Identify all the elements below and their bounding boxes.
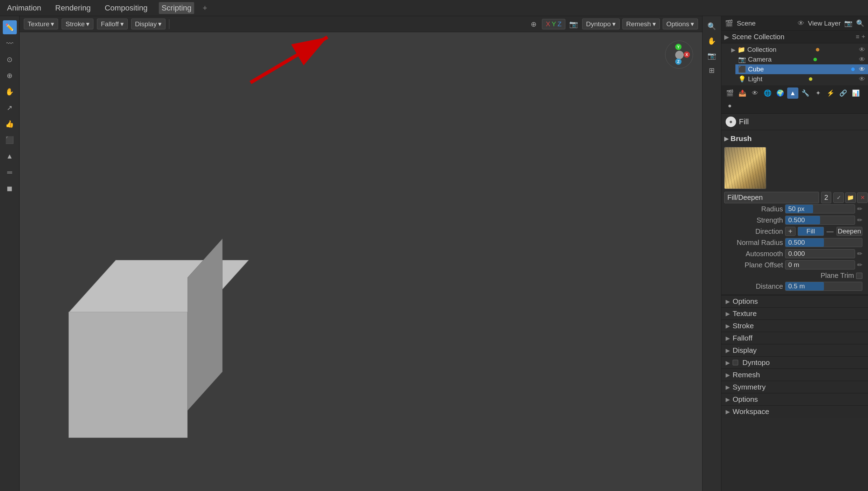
prop-icon-material[interactable]: ● (724, 100, 735, 111)
menu-animation[interactable]: Animation (4, 2, 44, 14)
tool-flatten[interactable]: ═ (3, 165, 17, 179)
options-btn[interactable]: Options ▾ (663, 19, 698, 29)
radius-slider[interactable]: 50 px (785, 204, 855, 213)
tool-inflate[interactable]: ⊕ (3, 69, 17, 83)
right-panel-icon-cam[interactable]: 📷 (844, 19, 853, 27)
menu-scripting[interactable]: Scripting (159, 2, 195, 14)
scene-col-icon-add[interactable]: + (861, 33, 865, 41)
outliner-eye-collection[interactable]: 👁 (859, 46, 865, 54)
remesh-btn[interactable]: Remesh ▾ (622, 19, 660, 29)
collapsible-display[interactable]: ▶ Display (721, 344, 868, 356)
scene-col-fold-icon[interactable]: ▶ (724, 33, 729, 41)
prop-icon-object[interactable]: ▲ (787, 87, 798, 99)
collapsible-symmetry[interactable]: ▶ Symmetry (721, 381, 868, 393)
plane-offset-slider[interactable]: 0 m (785, 260, 855, 269)
dyntopo-btn[interactable]: Dyntopo ▾ (582, 19, 620, 29)
prop-icon-view[interactable]: 👁 (749, 87, 761, 99)
tool-clay[interactable]: ◼ (3, 181, 17, 195)
collapsible-falloff[interactable]: ▶ Falloff (721, 332, 868, 344)
menu-rendering[interactable]: Rendering (52, 2, 94, 14)
prop-icon-render[interactable]: 🎬 (724, 87, 735, 99)
prop-icon-constraints[interactable]: 🔗 (838, 87, 849, 99)
autosmooth-slider[interactable]: 0.000 (785, 249, 855, 258)
viewport-3d[interactable]: Texture ▾ Stroke ▾ Falloff ▾ Display ▾ ⊕… (20, 16, 721, 491)
viewport-display-btn[interactable]: Display ▾ (131, 19, 165, 29)
tool-fill[interactable]: ⬛ (3, 133, 17, 147)
collapsible-remesh[interactable]: ▶ Remesh (721, 369, 868, 381)
brush-name-input[interactable] (724, 192, 819, 203)
collapsible-options2[interactable]: ▶ Options (721, 393, 868, 405)
menu-compositing[interactable]: Compositing (102, 2, 150, 14)
outliner-item-cube[interactable]: ⬛ Cube 👁 (735, 64, 868, 74)
tool-pinch[interactable]: ⊙ (3, 52, 17, 66)
tool-draw[interactable]: ✏️ (3, 20, 17, 34)
brush-number: 2 (821, 192, 831, 203)
outliner-eye-light[interactable]: 👁 (859, 76, 865, 83)
normal-radius-slider[interactable]: 0.500 (785, 238, 862, 247)
brush-thumbnail[interactable] (724, 147, 766, 189)
options2-label: Options (733, 395, 758, 404)
prop-icon-modifier[interactable]: 🔧 (800, 87, 811, 99)
outliner-item-camera[interactable]: 📷 Camera 👁 (735, 55, 868, 64)
plane-trim-checkbox[interactable] (856, 273, 862, 279)
direction-deepen-btn[interactable]: Deepen (837, 227, 863, 236)
strength-edit-icon[interactable]: ✏ (857, 216, 862, 224)
vp-right-grid[interactable]: ⊞ (705, 64, 719, 77)
outliner-eye-camera[interactable]: 👁 (859, 56, 865, 63)
right-panel-icon-search[interactable]: 🔍 (856, 19, 865, 27)
tool-snake-hook[interactable]: ↗ (3, 101, 17, 115)
display-label: Display (733, 346, 757, 355)
vp-right-pan[interactable]: ✋ (705, 34, 719, 48)
outliner-item-light[interactable]: 💡 Light 👁 (735, 74, 868, 84)
gizmo-y-axis[interactable]: Y (675, 44, 682, 50)
direction-plus-btn[interactable]: + (785, 227, 796, 236)
collapsible-texture[interactable]: ▶ Texture (721, 307, 868, 320)
brush-collapse-arrow[interactable]: ▶ (724, 135, 728, 142)
prop-icon-particles[interactable]: ✦ (812, 87, 824, 99)
viewport-falloff-btn[interactable]: Falloff ▾ (97, 19, 127, 29)
dyntopo-checkbox[interactable] (733, 360, 738, 365)
viewport-texture-btn[interactable]: Texture ▾ (24, 19, 58, 29)
menu-add-tab[interactable]: + (203, 3, 207, 13)
viewport-stroke-btn[interactable]: Stroke ▾ (62, 19, 93, 29)
brush-close-icon[interactable]: ✕ (857, 192, 868, 203)
collapsible-workspace[interactable]: ▶ Workspace (721, 405, 868, 418)
direction-fill-btn[interactable]: Fill (798, 227, 824, 236)
vp-right-zoom[interactable]: 🔍 (705, 20, 719, 33)
right-panel-icon-scene[interactable]: 🎬 (725, 19, 733, 27)
brush-section-header[interactable]: ▶ Brush (724, 133, 865, 144)
outliner-item-collection[interactable]: ▶ 📁 Collection 👁 (728, 45, 868, 55)
tool-thumb[interactable]: 👍 (3, 117, 17, 131)
tool-grab[interactable]: ✋ (3, 85, 17, 99)
strength-slider[interactable]: 0.500 (785, 216, 855, 225)
gizmo-z-axis[interactable]: Z (675, 58, 682, 65)
prop-icon-data[interactable]: 📊 (850, 87, 861, 99)
view-layer-label: View Layer (808, 20, 841, 27)
viewport-axes-xyz[interactable]: X Y Z (542, 19, 565, 29)
radius-edit-icon[interactable]: ✏ (857, 205, 862, 213)
distance-slider[interactable]: 0.5 m (785, 282, 862, 291)
prop-icon-world[interactable]: 🌍 (775, 87, 786, 99)
viewport-gizmo[interactable]: Y X Z (665, 41, 697, 72)
autosmooth-edit-icon[interactable]: ✏ (857, 250, 862, 258)
collapsible-options[interactable]: ▶ Options (721, 295, 868, 307)
prop-icon-scene[interactable]: 🌐 (762, 87, 773, 99)
collapsible-stroke[interactable]: ▶ Stroke (721, 320, 868, 332)
plane-offset-edit-icon[interactable]: ✏ (857, 261, 862, 269)
right-panel-icon-view[interactable]: 👁 (798, 20, 804, 27)
vp-right-camera[interactable]: 📷 (705, 49, 719, 62)
prop-icon-physics[interactable]: ⚡ (825, 87, 836, 99)
gizmo-x-axis[interactable]: X (684, 51, 690, 58)
tool-smooth[interactable]: 〰 (3, 36, 17, 50)
gizmo-circle[interactable]: Y X Z (665, 41, 693, 69)
viewport-icon-snap[interactable]: 📷 (568, 19, 579, 30)
viewport-icon-magnet[interactable]: ⊕ (528, 19, 539, 30)
collapsible-dyntopo[interactable]: ▶ Dyntopo (721, 356, 868, 369)
brush-save-icon[interactable]: 📁 (845, 192, 856, 203)
outliner-eye-cube[interactable]: 👁 (859, 66, 865, 73)
brush-copy-icon[interactable]: ✓ (833, 192, 844, 203)
prop-icon-output[interactable]: 📤 (737, 87, 748, 99)
gizmo-center[interactable] (675, 51, 684, 59)
tool-scrape[interactable]: ▲ (3, 149, 17, 163)
scene-col-icon-filter[interactable]: ≡ (856, 33, 860, 41)
